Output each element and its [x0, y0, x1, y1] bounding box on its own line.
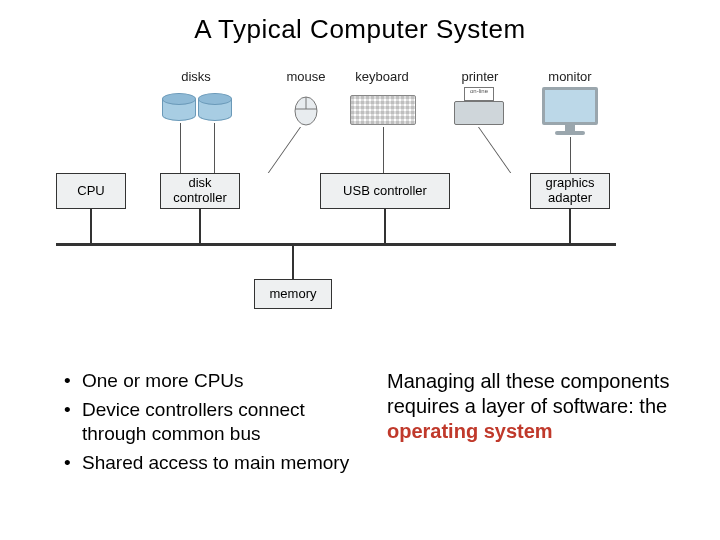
label-mouse: mouse — [266, 69, 346, 84]
box-memory: memory — [254, 279, 332, 309]
label-disks: disks — [156, 69, 236, 84]
bus-drop — [569, 209, 571, 243]
disk-icon — [162, 99, 196, 125]
label-monitor: monitor — [530, 69, 610, 84]
list-item: One or more CPUs — [62, 369, 357, 394]
box-disk-controller: disk controller — [160, 173, 240, 209]
summary-text: Managing all these components requires a… — [387, 369, 682, 480]
list-item: Shared access to main memory — [62, 451, 357, 476]
system-diagram: disks mouse keyboard printer monitor on-… — [40, 63, 680, 353]
box-graphics-adapter: graphics adapter — [530, 173, 610, 209]
list-item: Device controllers connect through commo… — [62, 398, 357, 447]
label-keyboard: keyboard — [342, 69, 422, 84]
bus-drop — [292, 246, 294, 280]
monitor-icon — [542, 87, 598, 137]
bus-drop — [90, 209, 92, 243]
connector-line — [478, 127, 511, 173]
connector-line — [214, 123, 215, 173]
system-bus — [56, 243, 616, 246]
box-cpu: CPU — [56, 173, 126, 209]
connector-line — [180, 123, 181, 173]
summary-prefix: Managing all these components requires a… — [387, 370, 669, 417]
page-title: A Typical Computer System — [0, 0, 720, 45]
content-row: One or more CPUs Device controllers conn… — [0, 353, 720, 480]
connector-line — [570, 137, 571, 173]
keyboard-icon — [350, 95, 416, 125]
printer-icon: on-line — [454, 93, 504, 127]
connector-line — [383, 127, 384, 173]
bullet-list: One or more CPUs Device controllers conn… — [62, 369, 357, 480]
mouse-icon — [286, 91, 326, 127]
bus-drop — [384, 209, 386, 243]
printer-tray-label: on-line — [464, 87, 494, 101]
bus-drop — [199, 209, 201, 243]
connector-line — [268, 127, 301, 173]
summary-emphasis: operating system — [387, 420, 553, 442]
box-usb-controller: USB controller — [320, 173, 450, 209]
disk-icon — [198, 99, 232, 125]
label-printer: printer — [440, 69, 520, 84]
